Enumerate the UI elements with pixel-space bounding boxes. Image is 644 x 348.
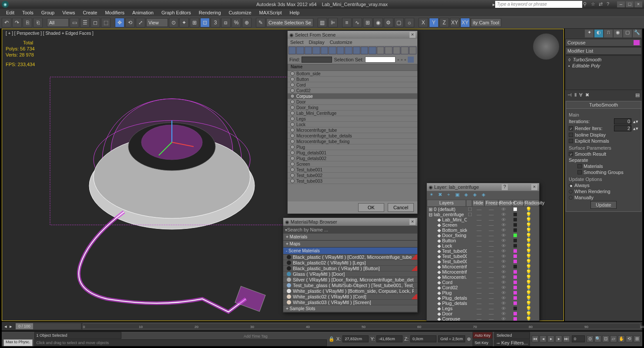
z-coord-field[interactable]: 0,0cm <box>410 335 436 342</box>
favorite-icon[interactable]: ☆ <box>591 1 597 7</box>
lock-icon[interactable]: 🔒 <box>329 336 335 342</box>
layers-button[interactable]: ≡ <box>342 18 352 27</box>
keymode-dropdown[interactable]: Selected <box>494 332 530 339</box>
layer-item[interactable]: ◆ Cord02——👁💡 <box>427 285 539 290</box>
axis-y-button[interactable]: Y <box>429 18 439 27</box>
undo-button[interactable]: ↶ <box>2 18 11 27</box>
scene-item[interactable]: Corpuse <box>288 94 417 99</box>
minimize-button[interactable]: – <box>617 1 625 7</box>
scene-item[interactable]: Microcentrifuge_tube <box>288 127 417 133</box>
menu-views[interactable]: Views <box>59 10 78 15</box>
sample-slots-group[interactable]: + Sample Slots <box>283 305 417 312</box>
zoom-button[interactable]: 🔍 <box>594 335 601 342</box>
update-manual-radio[interactable] <box>569 196 573 200</box>
frame-thumb[interactable]: 0 / 100 <box>16 323 33 329</box>
scene-item[interactable]: Screen <box>288 161 417 167</box>
material-item[interactable]: White_plastic02 ( VRayMtl ) [Cord] <box>283 294 417 300</box>
layer-item[interactable]: ◆ Plug_detals001——👁💡 <box>427 295 539 301</box>
menu-customize[interactable]: Customize <box>225 10 255 15</box>
help-search-input[interactable]: Type a keyword or phrase <box>495 1 582 8</box>
named-sel-edit-button[interactable]: ✎ <box>256 18 265 27</box>
menu-animation[interactable]: Animation <box>129 10 157 15</box>
scene-item[interactable]: Test_tube001 <box>288 167 417 173</box>
layer-item[interactable]: ◆ Cord——👁💡 <box>427 280 539 285</box>
motion-tab-icon[interactable]: ◉ <box>614 30 622 37</box>
render-frame-button[interactable]: ▢ <box>394 18 404 27</box>
time-config-button[interactable]: ⊙ <box>587 335 594 342</box>
keymode-button[interactable]: ⊞ <box>190 18 199 27</box>
dialog-close-button[interactable]: × <box>409 219 416 225</box>
delete-layer-icon[interactable]: ✖ <box>436 192 443 199</box>
configure-icon[interactable]: ▤ <box>635 92 640 98</box>
scale-button[interactable]: ⤢ <box>136 18 145 27</box>
menu-maxscript[interactable]: MAXScript <box>256 10 285 15</box>
pin-stack-icon[interactable]: ⊣ <box>567 92 572 98</box>
viewport-label[interactable]: [ + ] [ Perspective ] [ Shaded + Edged F… <box>6 31 94 36</box>
ok-button[interactable]: OK <box>358 203 384 212</box>
layer-item[interactable]: ◆ Legs——👁💡 <box>427 306 539 311</box>
selection-set-dropdown[interactable] <box>365 57 396 63</box>
scene-item[interactable]: Button <box>288 77 417 82</box>
layer-item[interactable]: ◆ Plug——👁💡 <box>427 290 539 295</box>
scene-item[interactable]: Door_fixing <box>288 105 417 110</box>
schematic-button[interactable]: ⊞ <box>363 18 372 27</box>
object-color-swatch[interactable] <box>634 40 640 45</box>
menu-help[interactable]: Help <box>286 10 303 15</box>
pivot-button[interactable]: ⊙ <box>169 18 178 27</box>
filter-icon[interactable] <box>288 47 296 54</box>
iterations-spinner[interactable]: 0 <box>614 118 631 124</box>
unlink-button[interactable]: ⎗ <box>33 18 43 27</box>
dialog-close-button[interactable]: × <box>531 184 537 190</box>
close-button[interactable]: × <box>634 1 642 7</box>
modifier-list-dropdown[interactable]: Modifier List <box>565 47 642 55</box>
add-to-layer-icon[interactable]: + <box>445 192 452 199</box>
select-button[interactable]: ▭ <box>70 18 79 27</box>
scene-item[interactable]: Cord02 <box>288 88 417 94</box>
update-render-radio[interactable] <box>569 190 573 194</box>
manip-button[interactable]: ✦ <box>179 18 189 27</box>
autokey-button[interactable]: Auto Key <box>473 332 493 339</box>
dialog-help-button[interactable]: ? <box>502 184 508 190</box>
scene-item[interactable]: Bottom_side <box>288 71 417 77</box>
layer-item[interactable]: ◆ Bottom_side——👁💡 <box>427 228 539 233</box>
move-button[interactable]: ✥ <box>115 18 124 27</box>
display-tab-icon[interactable]: ▢ <box>623 30 632 37</box>
highlight-icon[interactable]: ◈ <box>463 192 470 199</box>
axis-z-button[interactable]: Z <box>439 18 449 27</box>
material-item[interactable]: Black_plastic ( VRayMtl ) [Cord02, Micro… <box>283 254 417 260</box>
menu-modifiers[interactable]: Modifiers <box>101 10 128 15</box>
pan-button[interactable]: ✋ <box>618 335 625 342</box>
search-icon[interactable]: ⚲ <box>583 1 589 7</box>
material-item[interactable]: Black_plastic_button ( VRayMtl ) [Button… <box>283 266 417 271</box>
freeze-icon[interactable]: ◈ <box>480 192 487 199</box>
dialog-close-button[interactable]: × <box>409 32 416 38</box>
layer-item[interactable]: ◆ Lock——👁💡 <box>427 243 539 248</box>
layer-item[interactable]: ◆ Door_fixing——👁💡 <box>427 233 539 238</box>
maps-group[interactable]: + Maps <box>283 241 417 248</box>
material-editor-button[interactable]: ◉ <box>373 18 383 27</box>
layer-item[interactable]: ◆ Microcentrifuge_——👁💡 <box>427 264 539 269</box>
axis-xy2-button[interactable]: XY <box>460 18 470 27</box>
render-iters-spinner[interactable]: 2 <box>614 125 631 131</box>
material-item[interactable]: Silver ( VRayMtl ) [Door_fixing, Microce… <box>283 277 417 283</box>
scene-item[interactable]: Test_tube002 <box>288 173 417 178</box>
select-name-button[interactable]: ☰ <box>80 18 90 27</box>
named-selset-dropdown[interactable]: Create Selection Se <box>266 18 313 27</box>
help-icon[interactable]: ? <box>607 1 613 7</box>
current-frame-field[interactable]: 0 <box>572 335 585 342</box>
scene-item[interactable]: Plug_detals002 <box>288 156 417 161</box>
render-button[interactable]: ☼ <box>405 18 414 27</box>
sep-smgroups-checkbox[interactable] <box>577 170 582 174</box>
material-item[interactable]: Test_tube_glass ( Multi/Sub-Object ) [Te… <box>283 283 417 288</box>
utilities-tab-icon[interactable]: 🔧 <box>633 30 641 37</box>
link-button[interactable]: ⎘ <box>23 18 32 27</box>
setkey-button[interactable]: Set Key <box>473 339 493 346</box>
layer-item[interactable]: ◆ Button——👁💡 <box>427 238 539 243</box>
scene-item[interactable]: Plug_detals001 <box>288 150 417 156</box>
remove-mod-icon[interactable]: ✖ <box>585 92 589 98</box>
layer-item[interactable]: ◆ Lab_Mini_Centrif——👁💡 <box>427 217 539 222</box>
update-button[interactable]: Update <box>590 201 617 209</box>
maximize-button[interactable]: □ <box>626 1 634 7</box>
spinner-snap-button[interactable]: ⊕ <box>242 18 252 27</box>
cancel-button[interactable]: Cancel <box>388 203 414 212</box>
